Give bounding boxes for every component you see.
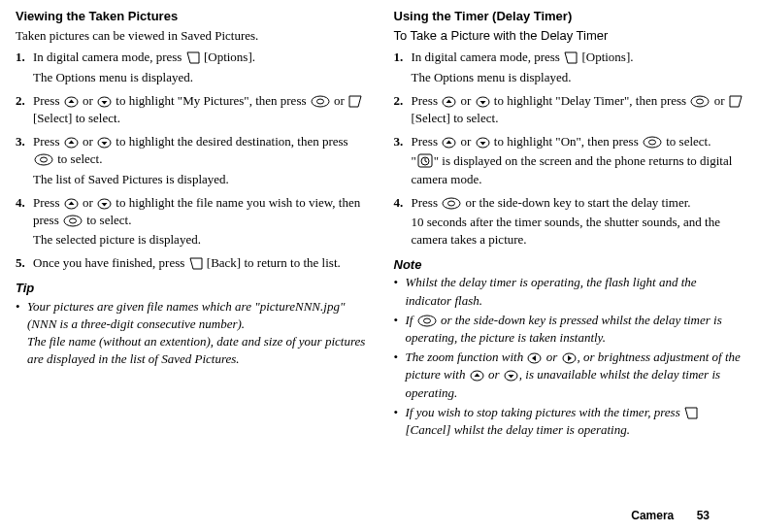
step-line: In digital camera mode, press [Options]. (33, 49, 367, 66)
step-line: "" is displayed on the screen and the ph… (412, 152, 745, 187)
center-key-icon (63, 215, 83, 227)
left-column: Viewing the Taken Pictures Taken picture… (16, 8, 367, 500)
section-heading: Viewing the Taken Pictures (16, 8, 367, 25)
step-number: 2. (394, 92, 412, 129)
tip-label: Tip (16, 280, 367, 297)
bullet-text: Your pictures are given file names which… (27, 298, 367, 369)
nav-down-icon (476, 96, 490, 108)
step-line: Press or to highlight the file name you … (33, 194, 367, 229)
step-item: 4.Press or the side-down key to start th… (394, 194, 745, 251)
nav-down-icon (504, 370, 518, 382)
softkey-right-icon (684, 407, 698, 419)
subheading: To Take a Picture with the Delay Timer (394, 27, 745, 45)
step-line: Press or to highlight "Delay Timer", the… (412, 92, 745, 127)
svg-point-2 (312, 96, 329, 107)
step-item: 3.Press or to highlight the desired dest… (16, 133, 367, 190)
tips-list: •Your pictures are given file names whic… (16, 298, 367, 369)
nav-down-icon (97, 96, 112, 108)
step-line: The list of Saved Pictures is displayed. (33, 171, 367, 188)
nav-right-icon (562, 352, 577, 364)
center-key-icon (417, 315, 437, 327)
step-item: 5.Once you have finished, press [Back] t… (16, 254, 367, 274)
step-body: Press or to highlight "Delay Timer", the… (412, 92, 745, 129)
softkey-left-icon (729, 95, 743, 108)
nav-up-icon (442, 137, 456, 149)
step-item: 1.In digital camera mode, press [Options… (394, 49, 745, 87)
step-line: Once you have finished, press [Back] to … (33, 254, 367, 272)
softkey-right-icon (189, 257, 203, 270)
note-label: Note (394, 256, 745, 274)
bullet-item: •If or the side-down key is pressed whil… (394, 312, 745, 347)
step-line: In digital camera mode, press [Options]. (412, 49, 745, 66)
bullet-text: The zoom function with or , or brightnes… (406, 349, 745, 402)
footer-page-number: 53 (697, 509, 710, 522)
bullet-item: •The zoom function with or , or brightne… (394, 349, 745, 402)
nav-left-icon (527, 352, 542, 364)
intro-text: Taken pictures can be viewed in Saved Pi… (16, 27, 367, 45)
nav-down-icon (97, 137, 112, 149)
step-item: 2.Press or to highlight "My Pictures", t… (16, 92, 367, 129)
step-number: 2. (16, 92, 33, 129)
nav-up-icon (64, 198, 79, 210)
bullet-marker: • (16, 298, 27, 369)
bullet-item: •If you wish to stop taking pictures wit… (394, 404, 745, 439)
bullet-marker: • (394, 349, 406, 402)
step-number: 5. (16, 254, 33, 274)
svg-point-19 (648, 140, 655, 145)
step-body: In digital camera mode, press [Options].… (33, 49, 367, 87)
svg-point-14 (691, 96, 709, 107)
bullet-item: •Your pictures are given file names whic… (16, 298, 367, 369)
bullet-marker: • (394, 404, 406, 439)
step-line: Press or the side-down key to start the … (412, 194, 745, 212)
bullet-text: Whilst the delay timer is operating, the… (406, 274, 745, 309)
bullet-marker: • (394, 312, 406, 347)
step-number: 3. (394, 133, 412, 190)
svg-point-3 (316, 99, 323, 104)
svg-point-11 (69, 218, 76, 223)
step-item: 4.Press or to highlight the file name yo… (16, 194, 367, 251)
svg-point-7 (41, 157, 48, 162)
bullet-marker: • (394, 274, 406, 309)
center-key-icon (643, 136, 662, 149)
bullet-text: If you wish to stop taking pictures with… (406, 404, 745, 439)
step-body: Press or the side-down key to start the … (412, 194, 745, 251)
center-key-icon (311, 95, 330, 108)
softkey-right-icon (564, 51, 578, 64)
bullet-text: If or the side-down key is pressed whils… (406, 312, 745, 347)
step-body: Press or to highlight "On", then press t… (412, 133, 745, 190)
page-footer: Camera 53 (16, 500, 744, 532)
center-key-icon (690, 95, 710, 108)
step-body: Press or to highlight "My Pictures", the… (33, 92, 367, 129)
step-line: 10 seconds after the timer sounds, the s… (412, 214, 745, 249)
nav-down-icon (476, 137, 490, 149)
step-line: The selected picture is displayed. (33, 231, 367, 249)
step-number: 4. (16, 194, 33, 251)
nav-up-icon (64, 96, 79, 108)
step-body: Press or to highlight the file name you … (33, 194, 367, 251)
svg-point-22 (443, 198, 460, 209)
step-line: Press or to highlight "My Pictures", the… (33, 92, 367, 127)
svg-point-15 (697, 99, 704, 104)
nav-down-icon (97, 198, 112, 210)
section-heading: Using the Timer (Delay Timer) (394, 8, 745, 25)
softkey-left-icon (348, 95, 362, 108)
center-key-icon (34, 153, 53, 166)
step-item: 1.In digital camera mode, press [Options… (16, 49, 367, 87)
step-number: 4. (394, 194, 412, 251)
step-body: Press or to highlight the desired destin… (33, 133, 367, 190)
step-line: Press or to highlight the desired destin… (33, 133, 367, 168)
footer-section: Camera (631, 509, 674, 522)
svg-point-18 (644, 137, 661, 148)
step-number: 1. (16, 49, 33, 87)
center-key-icon (442, 197, 461, 210)
step-body: In digital camera mode, press [Options].… (412, 49, 745, 87)
step-number: 1. (394, 49, 412, 87)
step-body: Once you have finished, press [Back] to … (33, 254, 367, 274)
notes-list: •Whilst the delay timer is operating, th… (394, 274, 745, 439)
right-column: Using the Timer (Delay Timer) To Take a … (394, 8, 745, 500)
svg-point-25 (423, 318, 430, 323)
step-item: 2.Press or to highlight "Delay Timer", t… (394, 92, 745, 129)
nav-up-icon (442, 96, 456, 108)
step-item: 3.Press or to highlight "On", then press… (394, 133, 745, 190)
steps-list: 1.In digital camera mode, press [Options… (16, 49, 367, 274)
